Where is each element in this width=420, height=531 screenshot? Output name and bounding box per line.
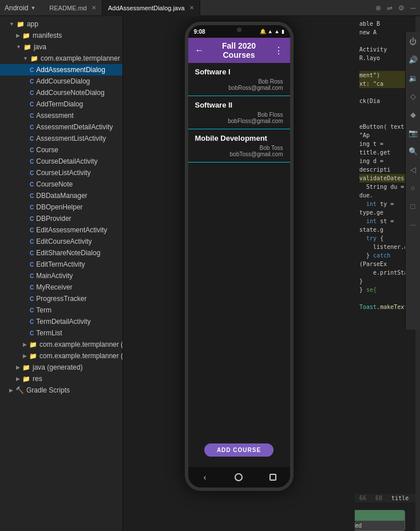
nav-back-icon[interactable]: ◁ [407, 164, 419, 175]
nav-square-icon[interactable]: □ [407, 200, 419, 212]
globe-icon[interactable]: ⊕ [375, 4, 381, 12]
back-button[interactable]: ← [193, 43, 207, 58]
java-icon-assessmentdetail: C [30, 124, 34, 130]
sidebar-item-gradle[interactable]: ▶ 🔨 Gradle Scripts [0, 385, 122, 396]
sidebar-item-dbprovider[interactable]: C DBProvider [0, 213, 122, 224]
folder-icon: 📁 [17, 21, 25, 28]
java-icon-coursedetail: C [30, 158, 34, 165]
phone-camera [237, 27, 241, 32]
sidebar-item-coursenote-label: CourseNote [36, 180, 73, 188]
sidebar-item-editcourse-label: EditCourseActivity [36, 237, 92, 245]
eraser2-icon[interactable]: ◆ [407, 109, 419, 120]
sidebar-item-app[interactable]: ▼ 📁 app [0, 18, 122, 30]
sidebar-item-coursedetail[interactable]: C CourseDetailActivity [0, 156, 122, 167]
title-identifier: title [391, 495, 409, 501]
phone-status-icons: 🔔 ▲ ▲ ▮ [260, 29, 284, 34]
add-course-button[interactable]: ADD COURSE [204, 443, 274, 457]
sidebar-item-course[interactable]: C Course [0, 144, 122, 156]
right-tools-panel: ⏻ 🔊 🔉 ◇ ◆ 📷 🔍 ◁ ○ □ ··· [405, 32, 420, 330]
sidebar-item-addcoursenotedialog[interactable]: C AddCourseNoteDialog [0, 87, 122, 98]
java-icon-dbdata: C [30, 193, 34, 199]
java-icon-termlist: C [30, 330, 34, 336]
sidebar-item-assessment-label: Assessment [36, 112, 73, 120]
sidebar-item-com-test[interactable]: ▶ 📁 com.example.termplanner (te... [0, 350, 122, 362]
sidebar-item-term[interactable]: C Term [0, 304, 122, 316]
sidebar-item-addtermdialog[interactable]: C AddTermDialog [0, 98, 122, 110]
sidebar-item-editsharenote[interactable]: C EditShareNoteDialog [0, 247, 122, 259]
course-item-0[interactable]: Software I Bob Ross bobRoss@gmail.com [188, 63, 290, 96]
android-dropdown-icon[interactable]: ▼ [30, 5, 35, 11]
sidebar-item-com-example[interactable]: ▼ 📁 com.example.termplanner [0, 53, 122, 64]
tab-addassessment-close[interactable]: ✕ [189, 5, 194, 11]
sidebar-item-editassessment[interactable]: C EditAssessmentActivity [0, 224, 122, 236]
sidebar-item-myreceiver[interactable]: C MyReceiver [0, 282, 122, 293]
sidebar-item-progresstracker[interactable]: C ProgressTracker [0, 293, 122, 304]
tab-readme-close[interactable]: ✕ [92, 5, 96, 11]
sidebar-item-coursedetail-label: CourseDetailActivity [36, 157, 97, 165]
volume-down-icon[interactable]: 🔉 [407, 72, 419, 84]
camera-icon[interactable]: 📷 [407, 127, 419, 138]
sidebar-item-java[interactable]: ▼ 📁 java [0, 41, 122, 53]
sidebar-item-termdetail[interactable]: C TermDetailActivity [0, 316, 122, 327]
folder-icon-jgen: 📁 [22, 364, 30, 371]
sidebar-item-addterm-label: AddTermDialog [36, 100, 83, 108]
java-icon-editsharenote: C [30, 250, 34, 256]
sidebar-item-assessmentdetail[interactable]: C AssessmentDetailActivity [0, 121, 122, 133]
sidebar-item-dbdatamanager[interactable]: C DBDataManager [0, 190, 122, 201]
triangle-icon-jgen: ▶ [16, 364, 20, 370]
sidebar-item-res[interactable]: ▶ 📁 res [0, 373, 122, 385]
menu-button[interactable]: ⋮ [272, 43, 286, 58]
tab-readme-label: README.md [49, 5, 86, 11]
sidebar-item-assessment[interactable]: C Assessment [0, 110, 122, 121]
sidebar-item-assessmentlist[interactable]: C AssessmentListActivity [0, 133, 122, 144]
java-icon-addcoursenote: C [30, 90, 34, 96]
android-selector[interactable]: Android ▼ [5, 4, 35, 12]
triangle-icon-android: ▶ [23, 342, 27, 347]
nav-home-icon [235, 473, 243, 481]
more-icon[interactable]: ··· [407, 219, 419, 230]
sidebar-item-assessmentdetail-label: AssessmentDetailActivity [36, 123, 113, 131]
course-item-1[interactable]: Software II Bob Floss bobFloss@gmail.com [188, 96, 290, 129]
sidebar-item-addassessmentdialog[interactable]: C AddAssessmentDialog [0, 64, 122, 76]
minimize-icon[interactable]: ─ [410, 4, 415, 12]
phone-area: 9:08 🔔 ▲ ▲ ▮ ← Fall 2020 Courses ⋮ [123, 16, 355, 520]
java-icon-editterm: C [30, 261, 34, 268]
toast-header: Success [355, 510, 405, 521]
sidebar-item-java-generated[interactable]: ▶ 📁 java (generated) [0, 362, 122, 373]
sidebar-item-res-label: res [33, 375, 42, 383]
nav-circle-icon[interactable]: ○ [407, 182, 419, 193]
folder-icon-java: 📁 [23, 43, 31, 51]
toolbar-title: Fall 2020 Courses [209, 41, 270, 60]
sidebar-item-dbprovider-label: DBProvider [36, 215, 71, 223]
volume-up-icon[interactable]: 🔊 [407, 54, 419, 65]
course-item-2[interactable]: Mobile Development Bob Toss bobToss@gmai… [188, 129, 290, 163]
android-label: Android [5, 4, 28, 12]
sidebar-item-dbopenhelper[interactable]: C DBOpenHelper [0, 201, 122, 213]
tab-readme[interactable]: README.md ✕ [43, 0, 102, 16]
phone-status-bar: 9:08 🔔 ▲ ▲ ▮ [188, 25, 290, 38]
settings-icon[interactable]: ⚙ [398, 4, 405, 12]
sidebar-item-mainactivity[interactable]: C MainActivity [0, 270, 122, 282]
split-icon[interactable]: ⇌ [387, 4, 393, 12]
sidebar-item-editcourse[interactable]: C EditCourseActivity [0, 236, 122, 247]
power-icon[interactable]: ⏻ [407, 35, 419, 47]
tab-addassessment[interactable]: AddAssessmentDialog.java ✕ [102, 0, 200, 16]
sidebar-item-edittermactivity[interactable]: C EditTermActivity [0, 259, 122, 270]
eraser-icon[interactable]: ◇ [407, 90, 419, 102]
line-numbers-bar: 66 68 title R.id.asses [355, 494, 420, 502]
sidebar-item-manifests-label: manifests [33, 31, 62, 39]
sidebar-item-manifests[interactable]: ▶ 📁 manifests [0, 30, 122, 41]
java-icon-coursenote: C [30, 181, 34, 188]
sidebar-item-termlist-label: TermList [36, 329, 62, 337]
sidebar-item-coursenote[interactable]: C CourseNote [0, 179, 122, 190]
sidebar-item-termlist[interactable]: C TermList [0, 327, 122, 339]
sidebar-item-addcoursedialog[interactable]: C AddCourseDialog [0, 76, 122, 87]
search-icon[interactable]: 🔍 [407, 145, 419, 157]
nav-recents-button[interactable] [267, 471, 279, 483]
sidebar-item-courselist[interactable]: C CourseListActivity [0, 167, 122, 179]
line-num-66: 66 [359, 495, 366, 501]
java-icon-myreceiver: C [30, 284, 34, 291]
nav-back-button[interactable]: ‹ [199, 471, 211, 483]
nav-home-button[interactable] [233, 471, 244, 483]
sidebar-item-com-android[interactable]: ▶ 📁 com.example.termplanner (an... [0, 339, 122, 350]
